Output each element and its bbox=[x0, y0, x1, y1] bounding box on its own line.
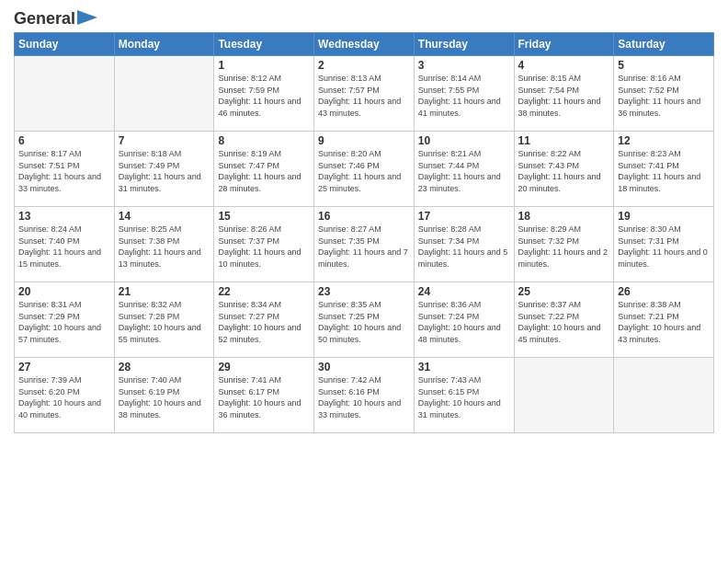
calendar-week-row: 20Sunrise: 8:31 AM Sunset: 7:29 PM Dayli… bbox=[15, 282, 714, 358]
calendar-week-row: 13Sunrise: 8:24 AM Sunset: 7:40 PM Dayli… bbox=[15, 207, 714, 282]
calendar-cell: 10Sunrise: 8:21 AM Sunset: 7:44 PM Dayli… bbox=[414, 132, 514, 207]
day-number: 27 bbox=[18, 361, 110, 373]
logo-general: General bbox=[14, 9, 75, 29]
calendar: SundayMondayTuesdayWednesdayThursdayFrid… bbox=[14, 32, 714, 433]
day-info: Sunrise: 8:24 AM Sunset: 7:40 PM Dayligh… bbox=[18, 224, 110, 270]
calendar-cell bbox=[514, 358, 614, 433]
logo: General bbox=[14, 9, 97, 25]
calendar-cell: 3Sunrise: 8:14 AM Sunset: 7:55 PM Daylig… bbox=[414, 56, 514, 132]
day-number: 28 bbox=[119, 361, 210, 373]
day-of-week-header: Tuesday bbox=[214, 33, 314, 56]
calendar-cell: 1Sunrise: 8:12 AM Sunset: 7:59 PM Daylig… bbox=[214, 56, 314, 132]
calendar-cell: 23Sunrise: 8:35 AM Sunset: 7:25 PM Dayli… bbox=[314, 282, 415, 358]
svg-marker-0 bbox=[77, 10, 97, 25]
day-of-week-header: Wednesday bbox=[314, 33, 415, 56]
day-info: Sunrise: 8:32 AM Sunset: 7:28 PM Dayligh… bbox=[119, 299, 210, 345]
calendar-cell: 25Sunrise: 8:37 AM Sunset: 7:22 PM Dayli… bbox=[514, 282, 614, 358]
logo-flag-icon bbox=[77, 10, 97, 25]
calendar-week-row: 6Sunrise: 8:17 AM Sunset: 7:51 PM Daylig… bbox=[15, 132, 714, 207]
day-info: Sunrise: 8:25 AM Sunset: 7:38 PM Dayligh… bbox=[119, 224, 210, 270]
calendar-cell: 6Sunrise: 8:17 AM Sunset: 7:51 PM Daylig… bbox=[15, 132, 115, 207]
day-info: Sunrise: 8:17 AM Sunset: 7:51 PM Dayligh… bbox=[18, 148, 110, 194]
day-number: 15 bbox=[218, 210, 310, 223]
day-number: 17 bbox=[418, 210, 510, 223]
day-number: 10 bbox=[418, 134, 510, 147]
day-info: Sunrise: 8:23 AM Sunset: 7:41 PM Dayligh… bbox=[618, 148, 710, 194]
day-info: Sunrise: 8:29 AM Sunset: 7:32 PM Dayligh… bbox=[518, 224, 610, 270]
day-of-week-header: Saturday bbox=[614, 33, 714, 56]
day-info: Sunrise: 7:43 AM Sunset: 6:15 PM Dayligh… bbox=[418, 374, 510, 420]
day-info: Sunrise: 8:37 AM Sunset: 7:22 PM Dayligh… bbox=[518, 299, 610, 345]
calendar-cell: 26Sunrise: 8:38 AM Sunset: 7:21 PM Dayli… bbox=[614, 282, 714, 358]
day-number: 7 bbox=[119, 134, 210, 147]
calendar-cell: 15Sunrise: 8:26 AM Sunset: 7:37 PM Dayli… bbox=[214, 207, 314, 282]
day-number: 16 bbox=[318, 210, 410, 223]
calendar-cell: 20Sunrise: 8:31 AM Sunset: 7:29 PM Dayli… bbox=[15, 282, 115, 358]
calendar-cell: 11Sunrise: 8:22 AM Sunset: 7:43 PM Dayli… bbox=[514, 132, 614, 207]
day-info: Sunrise: 7:39 AM Sunset: 6:20 PM Dayligh… bbox=[18, 374, 110, 420]
day-number: 22 bbox=[218, 285, 310, 298]
calendar-cell: 8Sunrise: 8:19 AM Sunset: 7:47 PM Daylig… bbox=[214, 132, 314, 207]
day-number: 9 bbox=[318, 134, 410, 147]
day-number: 6 bbox=[18, 134, 110, 147]
day-number: 20 bbox=[18, 285, 110, 298]
day-number: 13 bbox=[18, 210, 110, 223]
day-of-week-header: Sunday bbox=[15, 33, 115, 56]
day-info: Sunrise: 7:42 AM Sunset: 6:16 PM Dayligh… bbox=[318, 374, 410, 420]
day-info: Sunrise: 8:18 AM Sunset: 7:49 PM Dayligh… bbox=[119, 148, 210, 194]
day-info: Sunrise: 8:30 AM Sunset: 7:31 PM Dayligh… bbox=[618, 224, 710, 270]
calendar-cell: 24Sunrise: 8:36 AM Sunset: 7:24 PM Dayli… bbox=[414, 282, 514, 358]
calendar-cell bbox=[114, 56, 214, 132]
day-number: 3 bbox=[418, 59, 510, 72]
day-info: Sunrise: 8:35 AM Sunset: 7:25 PM Dayligh… bbox=[318, 299, 410, 345]
day-number: 19 bbox=[618, 210, 710, 223]
day-number: 11 bbox=[518, 134, 610, 147]
day-number: 29 bbox=[218, 361, 310, 373]
day-of-week-header: Thursday bbox=[414, 33, 514, 56]
day-number: 24 bbox=[418, 285, 510, 298]
day-info: Sunrise: 7:40 AM Sunset: 6:19 PM Dayligh… bbox=[119, 374, 210, 420]
day-info: Sunrise: 8:27 AM Sunset: 7:35 PM Dayligh… bbox=[318, 224, 410, 270]
calendar-week-row: 27Sunrise: 7:39 AM Sunset: 6:20 PM Dayli… bbox=[15, 358, 714, 433]
calendar-cell: 31Sunrise: 7:43 AM Sunset: 6:15 PM Dayli… bbox=[414, 358, 514, 433]
calendar-cell: 17Sunrise: 8:28 AM Sunset: 7:34 PM Dayli… bbox=[414, 207, 514, 282]
day-number: 21 bbox=[119, 285, 210, 298]
calendar-cell: 9Sunrise: 8:20 AM Sunset: 7:46 PM Daylig… bbox=[314, 132, 415, 207]
day-number: 31 bbox=[418, 361, 510, 373]
day-info: Sunrise: 8:20 AM Sunset: 7:46 PM Dayligh… bbox=[318, 148, 410, 194]
day-info: Sunrise: 7:41 AM Sunset: 6:17 PM Dayligh… bbox=[218, 374, 310, 420]
day-number: 25 bbox=[518, 285, 610, 298]
calendar-cell: 28Sunrise: 7:40 AM Sunset: 6:19 PM Dayli… bbox=[114, 358, 214, 433]
calendar-cell: 30Sunrise: 7:42 AM Sunset: 6:16 PM Dayli… bbox=[314, 358, 415, 433]
calendar-cell: 18Sunrise: 8:29 AM Sunset: 7:32 PM Dayli… bbox=[514, 207, 614, 282]
calendar-cell: 27Sunrise: 7:39 AM Sunset: 6:20 PM Dayli… bbox=[15, 358, 115, 433]
calendar-cell: 14Sunrise: 8:25 AM Sunset: 7:38 PM Dayli… bbox=[114, 207, 214, 282]
calendar-cell bbox=[614, 358, 714, 433]
calendar-cell: 4Sunrise: 8:15 AM Sunset: 7:54 PM Daylig… bbox=[514, 56, 614, 132]
day-number: 2 bbox=[318, 59, 410, 72]
page: General SundayMondayTuesdayWednesdayThur… bbox=[0, 0, 728, 563]
day-info: Sunrise: 8:28 AM Sunset: 7:34 PM Dayligh… bbox=[418, 224, 510, 270]
calendar-week-row: 1Sunrise: 8:12 AM Sunset: 7:59 PM Daylig… bbox=[15, 56, 714, 132]
day-of-week-header: Friday bbox=[514, 33, 614, 56]
day-of-week-header: Monday bbox=[114, 33, 214, 56]
calendar-cell: 29Sunrise: 7:41 AM Sunset: 6:17 PM Dayli… bbox=[214, 358, 314, 433]
day-info: Sunrise: 8:34 AM Sunset: 7:27 PM Dayligh… bbox=[218, 299, 310, 345]
calendar-cell: 22Sunrise: 8:34 AM Sunset: 7:27 PM Dayli… bbox=[214, 282, 314, 358]
calendar-cell: 7Sunrise: 8:18 AM Sunset: 7:49 PM Daylig… bbox=[114, 132, 214, 207]
day-number: 12 bbox=[618, 134, 710, 147]
day-info: Sunrise: 8:26 AM Sunset: 7:37 PM Dayligh… bbox=[218, 224, 310, 270]
calendar-cell: 2Sunrise: 8:13 AM Sunset: 7:57 PM Daylig… bbox=[314, 56, 415, 132]
day-info: Sunrise: 8:13 AM Sunset: 7:57 PM Dayligh… bbox=[318, 73, 410, 119]
day-number: 8 bbox=[218, 134, 310, 147]
day-info: Sunrise: 8:19 AM Sunset: 7:47 PM Dayligh… bbox=[218, 148, 310, 194]
calendar-cell: 16Sunrise: 8:27 AM Sunset: 7:35 PM Dayli… bbox=[314, 207, 415, 282]
day-number: 14 bbox=[119, 210, 210, 223]
day-info: Sunrise: 8:12 AM Sunset: 7:59 PM Dayligh… bbox=[218, 73, 310, 119]
calendar-cell: 12Sunrise: 8:23 AM Sunset: 7:41 PM Dayli… bbox=[614, 132, 714, 207]
day-info: Sunrise: 8:15 AM Sunset: 7:54 PM Dayligh… bbox=[518, 73, 610, 119]
day-info: Sunrise: 8:21 AM Sunset: 7:44 PM Dayligh… bbox=[418, 148, 510, 194]
day-info: Sunrise: 8:36 AM Sunset: 7:24 PM Dayligh… bbox=[418, 299, 510, 345]
day-number: 1 bbox=[218, 59, 310, 72]
day-info: Sunrise: 8:38 AM Sunset: 7:21 PM Dayligh… bbox=[618, 299, 710, 345]
